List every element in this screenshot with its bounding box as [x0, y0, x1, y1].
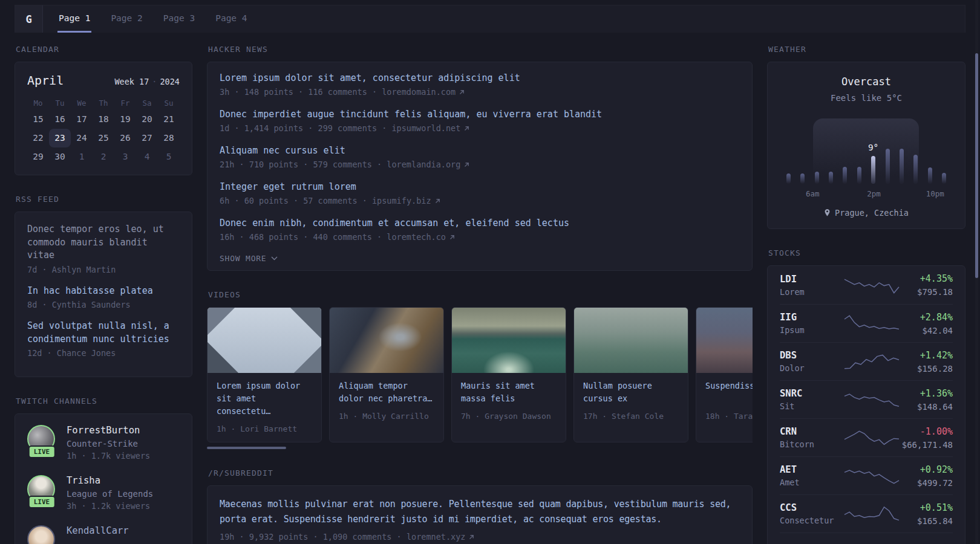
app-logo[interactable]: G	[15, 5, 43, 33]
hackernews-list: Lorem ipsum dolor sit amet, consectetur …	[220, 73, 740, 242]
video-title-link[interactable]: Mauris sit amet massa felis	[461, 380, 557, 405]
stock-name: Amet	[780, 478, 844, 487]
video-card[interactable]: Nullam posuere cursus ex 17h · Stefan Co…	[573, 307, 688, 442]
stock-sparkline	[844, 429, 900, 447]
stock-row[interactable]: LDI Lorem +4.35% $795.18	[780, 266, 953, 304]
hn-item-title-link[interactable]: Aliquam nec cursus elit	[220, 145, 740, 156]
page-scrollbar-track[interactable]	[975, 0, 978, 544]
hn-item-title-link[interactable]: Donec imperdiet augue tincidunt felis al…	[220, 109, 740, 120]
weather-feels-like: Feels like 5°C	[780, 93, 953, 103]
video-thumbnail[interactable]	[452, 308, 566, 373]
calendar-month: April	[27, 73, 64, 88]
video-thumbnail[interactable]	[574, 308, 688, 373]
stock-row[interactable]: SNRC Sit +1.36% $148.64	[780, 380, 953, 418]
weather-section: WEATHER Overcast Feels like 5°C 9° 6am2p…	[767, 45, 965, 229]
video-thumbnail[interactable]	[330, 308, 443, 373]
rss-widget: Donec tempor eros leo, ut commodo mauris…	[15, 212, 192, 377]
external-link-icon	[459, 89, 465, 96]
video-thumbnail[interactable]	[207, 308, 321, 373]
calendar-year: 2024	[160, 77, 180, 86]
weather-condition: Overcast	[780, 76, 953, 88]
page-scrollbar-thumb[interactable]	[975, 53, 978, 278]
stock-row[interactable]: AET Amet +0.92% $499.72	[780, 456, 953, 494]
separator-dot: ·	[152, 77, 157, 86]
stock-price: $42.04	[920, 326, 953, 335]
hn-item-stats: 21h · 710 points · 579 comments ·	[220, 160, 382, 169]
calendar-day: 3	[114, 147, 136, 166]
top-nav: G Page 1 Page 2 Page 3 Page 4	[15, 5, 965, 33]
twitch-channel-row[interactable]: LIVE ForrestBurton Counter-Strike 1h · 1…	[27, 425, 180, 461]
stock-price: $499.72	[917, 478, 953, 488]
video-card[interactable]: Aliquam tempor dolor nec pharetra… 1h · …	[329, 307, 444, 442]
calendar-day: 20	[136, 110, 158, 129]
stocks-section-title: STOCKS	[768, 248, 965, 257]
subreddit-post-title-link[interactable]: Maecenas mollis pulvinar erat non posuer…	[220, 497, 740, 527]
hn-item-title-link[interactable]: Integer eget rutrum lorem	[220, 181, 740, 192]
hn-item-title-link[interactable]: Lorem ipsum dolor sit amet, consectetur …	[220, 73, 740, 83]
stock-row[interactable]: AHS +0.46%	[780, 533, 953, 544]
channel-game: League of Legends	[67, 489, 153, 499]
hn-item-domain-link[interactable]: ipsumify.biz	[372, 196, 441, 206]
weather-bars	[786, 128, 946, 184]
rss-item-link[interactable]: In hac habitasse platea	[27, 285, 180, 298]
hn-item-domain-link[interactable]: loremtech.co	[387, 232, 456, 242]
hn-item-domain-link[interactable]: loremdomain.com	[382, 87, 465, 97]
video-title-link[interactable]: Aliquam tempor dolor nec pharetra…	[339, 380, 434, 405]
calendar-day: 25	[93, 129, 114, 147]
channel-name-link[interactable]: Trisha	[67, 475, 153, 486]
weather-bar	[942, 173, 946, 184]
calendar-day: 21	[158, 110, 180, 129]
stock-values: +1.42% $156.28	[917, 350, 953, 374]
video-title-link[interactable]: Lorem ipsum dolor sit amet consectetu…	[217, 380, 312, 418]
rss-item-meta: 12d · Chance Jones	[27, 348, 180, 358]
stock-row[interactable]: DBS Dolor +1.42% $156.28	[780, 342, 953, 380]
stock-row[interactable]: IIG Ipsum +2.84% $42.04	[780, 304, 953, 342]
video-card[interactable]: Lorem ipsum dolor sit amet consectetu… 1…	[207, 307, 322, 442]
stock-row[interactable]: CRN Bitcorn -1.00% $66,171.48	[780, 418, 953, 456]
videos-section: VIDEOS Lorem ipsum dolor sit amet consec…	[207, 290, 753, 449]
video-title-link[interactable]: Nullam posuere cursus ex	[583, 380, 679, 405]
channel-name-link[interactable]: ForrestBurton	[67, 425, 150, 436]
hn-item-meta: 3h · 148 points · 116 comments · loremdo…	[220, 87, 740, 97]
stock-values: +0.92% $499.72	[917, 464, 953, 488]
rss-item-link[interactable]: Sed volutpat nulla nisl, a condimentum n…	[27, 320, 180, 346]
carousel-scrollbar[interactable]	[207, 447, 286, 449]
twitch-channel-row[interactable]: LIVE Trisha League of Legends 3h · 1.2k …	[27, 475, 180, 511]
left-column: CALENDAR April Week 17·2024 MoTuWeThFrSa…	[15, 45, 192, 544]
video-meta: 18h · Tara	[705, 412, 753, 421]
video-body: Lorem ipsum dolor sit amet consectetu… 1…	[207, 373, 321, 442]
page-tab[interactable]: Page 1	[57, 5, 91, 33]
rss-item-link[interactable]: Donec tempor eros leo, ut commodo mauris…	[27, 223, 180, 262]
weather-bar	[786, 173, 791, 184]
calendar-days: 1516171819202122232425262728293012345	[27, 110, 180, 166]
channel-name-link[interactable]: KendallCarr	[67, 525, 129, 536]
video-thumbnail[interactable]	[696, 308, 753, 373]
hn-item-domain-link[interactable]: ipsumworld.net	[391, 123, 470, 133]
weather-bar	[871, 156, 875, 184]
twitch-section: TWITCH CHANNELS LIVE ForrestBurton Count…	[15, 397, 192, 544]
time-tick-label: 6am	[806, 189, 820, 198]
page-tab[interactable]: Page 3	[162, 5, 196, 33]
rss-item-meta: 8d · Cynthia Saunders	[27, 300, 180, 309]
twitch-channel-row[interactable]: KendallCarr	[27, 525, 180, 544]
page-tab[interactable]: Page 2	[109, 5, 143, 33]
day-of-week-label: We	[71, 99, 93, 108]
hn-item-title-link[interactable]: Donec enim nibh, condimentum et accumsan…	[220, 218, 740, 228]
video-body: Mauris sit amet massa felis 7h · Grayson…	[452, 373, 566, 429]
middle-column: HACKER NEWS Lorem ipsum dolor sit amet, …	[207, 45, 753, 544]
hn-item-domain-link[interactable]: loremlandia.org	[387, 160, 470, 169]
video-card[interactable]: Suspendisse diam 18h · Tara	[696, 307, 753, 442]
calendar-day: 26	[114, 129, 136, 147]
video-card[interactable]: Mauris sit amet massa felis 7h · Grayson…	[451, 307, 566, 442]
hn-item-stats: 6h · 60 points · 57 comments ·	[220, 196, 367, 206]
video-title-link[interactable]: Suspendisse diam	[705, 380, 753, 405]
rss-item-meta: 7d · Ashlyn Martin	[27, 265, 180, 274]
hn-show-more-button[interactable]: SHOW MORE	[220, 254, 278, 263]
hn-item-meta: 1d · 1,414 points · 299 comments · ipsum…	[220, 123, 740, 133]
page-tab[interactable]: Page 4	[214, 5, 248, 33]
subreddit-post-domain-link[interactable]: loremnet.xyz	[407, 532, 475, 542]
time-tick-label: 2pm	[867, 189, 881, 198]
stock-row[interactable]: CCS Consectetur +0.51% $165.84	[780, 494, 953, 533]
stock-values: +2.84% $42.04	[920, 312, 953, 335]
calendar-day: 5	[158, 147, 180, 166]
